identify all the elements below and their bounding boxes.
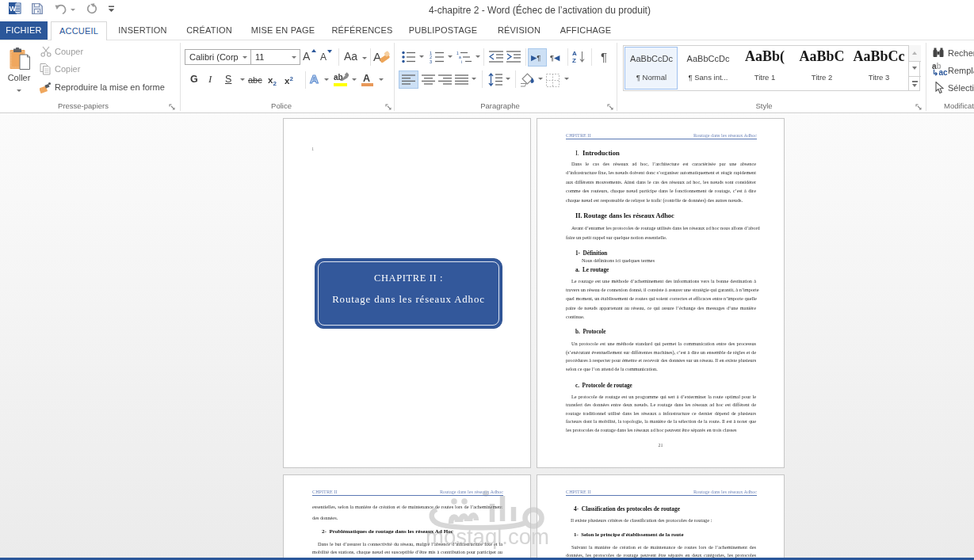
svg-text:i: i [461,59,462,64]
svg-text:A: A [572,50,577,57]
svg-text:A: A [373,50,381,63]
svg-text:W: W [10,5,17,13]
svg-text:3: 3 [430,59,432,64]
svg-text:Z: Z [572,57,576,64]
